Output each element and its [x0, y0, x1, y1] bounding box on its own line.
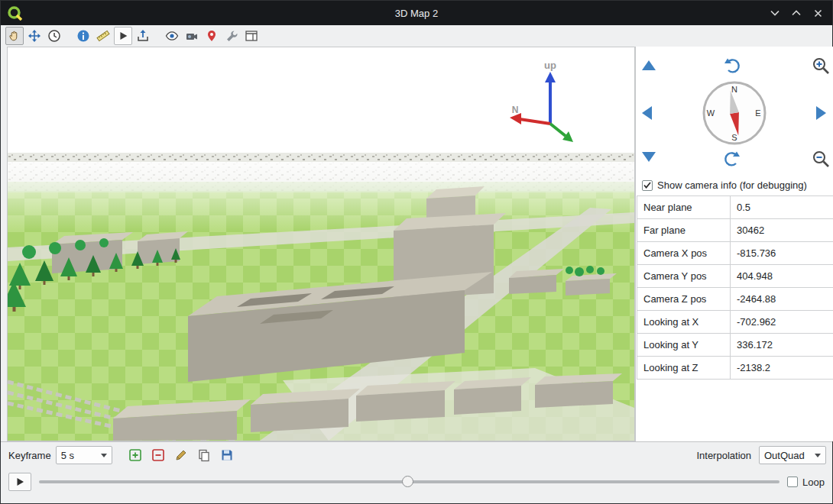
main-area: up N [1, 47, 832, 441]
play-animations-button[interactable] [114, 27, 132, 45]
rotate-ccw-icon[interactable] [723, 57, 741, 76]
map-toolbar [1, 25, 832, 47]
panel-grid-icon [245, 29, 258, 43]
axis-north-label: N [512, 105, 519, 115]
marker-icon [205, 29, 219, 43]
row-label: Near plane [637, 196, 731, 219]
row-value: 30462 [731, 219, 833, 242]
maximize-window-button[interactable] [789, 6, 803, 20]
axis-up-label: up [544, 60, 556, 71]
move-right-icon[interactable] [816, 106, 826, 120]
loop-row: Loop [787, 477, 826, 488]
table-row: Far plane30462 [637, 219, 833, 242]
keyframe-time-dropdown[interactable]: 5 s [56, 446, 112, 464]
remove-keyframe-button[interactable] [149, 446, 167, 464]
row-label: Camera Z pos [637, 288, 731, 311]
table-row: Looking at Z-2138.2 [637, 357, 833, 380]
configure-button[interactable] [222, 27, 241, 45]
identify-button[interactable] [74, 27, 92, 45]
info-icon [76, 29, 90, 43]
title-bar: 3D Map 2 [1, 1, 832, 25]
play-icon [117, 30, 129, 42]
table-row: Looking at Y336.172 [637, 334, 833, 357]
rotate-cw-icon[interactable] [723, 150, 741, 169]
animation-clock-button[interactable] [45, 27, 63, 45]
eye-icon [165, 29, 179, 43]
camera-icon [185, 29, 199, 43]
close-icon [814, 9, 822, 18]
camera-info-table: Near plane0.5 Far plane30462 Camera X po… [637, 195, 833, 380]
four-way-arrows-icon [28, 29, 41, 43]
loop-label: Loop [802, 477, 825, 488]
row-label: Looking at Z [637, 357, 731, 380]
transport-row: Loop [1, 468, 832, 493]
chevron-up-icon [792, 10, 801, 16]
chevron-down-icon [815, 454, 821, 457]
interpolation-dropdown[interactable]: OutQuad [759, 446, 826, 464]
export-up-arrow-icon [136, 29, 150, 43]
qgis-logo-icon [7, 5, 22, 21]
visibility-button[interactable] [163, 27, 181, 45]
compass[interactable]: N E S W [702, 80, 767, 146]
floppy-save-icon [220, 448, 234, 462]
tilt-down-icon[interactable] [642, 152, 656, 162]
zoom-out-icon[interactable] [811, 149, 831, 169]
loop-checkbox[interactable] [787, 477, 798, 487]
chevron-down-icon [770, 10, 780, 16]
move-left-icon[interactable] [642, 106, 652, 120]
camera-control-button[interactable] [5, 27, 24, 45]
compass-w-label: W [707, 108, 715, 118]
plus-icon [128, 448, 142, 462]
wrench-icon [225, 29, 238, 43]
zoom-in-icon[interactable] [811, 56, 831, 76]
map-viewport-3d[interactable]: up N [7, 47, 635, 441]
qgis-3d-map-window: 3D Map 2 [0, 0, 833, 504]
interpolation-label: Interpolation [696, 450, 751, 461]
timeline-slider[interactable] [39, 474, 780, 489]
shade-window-button[interactable] [768, 6, 782, 20]
dock-panel-button[interactable] [242, 27, 261, 45]
camera-panel: N E S W Show camera info (for debugging) [635, 47, 833, 441]
keyframe-time-value: 5 s [61, 450, 74, 461]
show-camera-info-row: Show camera info (for debugging) [636, 176, 833, 194]
measure-line-button[interactable] [94, 27, 112, 45]
minus-icon [151, 448, 165, 462]
window-title: 3D Map 2 [1, 8, 832, 19]
keyframe-label: Keyframe [8, 450, 51, 461]
row-label: Looking at X [637, 311, 731, 334]
interpolation-value: OutQuad [764, 450, 805, 461]
export-scene-button[interactable] [134, 27, 152, 45]
duplicate-keyframe-button[interactable] [195, 446, 213, 464]
compass-e-label: E [755, 108, 760, 118]
row-label: Looking at Y [637, 334, 731, 357]
row-value: -2138.2 [731, 357, 833, 380]
camera-view-button[interactable] [183, 27, 201, 45]
close-window-button[interactable] [811, 6, 825, 20]
point-marker-button[interactable] [203, 27, 221, 45]
row-value: -2464.88 [731, 288, 833, 311]
save-animation-button[interactable] [218, 446, 236, 464]
table-row: Looking at X-702.962 [637, 311, 833, 334]
animation-bar: Keyframe 5 s [1, 441, 832, 503]
add-keyframe-button[interactable] [126, 446, 144, 464]
play-button[interactable] [8, 473, 31, 491]
play-icon [15, 477, 24, 486]
table-row: Camera Y pos404.948 [637, 265, 833, 288]
table-row: Camera X pos-815.736 [637, 242, 833, 265]
tilt-up-icon[interactable] [642, 60, 656, 70]
zoom-full-button[interactable] [25, 27, 44, 45]
show-camera-info-checkbox[interactable] [642, 180, 653, 191]
slider-handle[interactable] [402, 476, 413, 487]
row-value: 336.172 [731, 334, 833, 357]
row-value: -702.962 [731, 311, 833, 334]
axis-gizmo: up N [503, 58, 587, 146]
checkmark-icon [643, 182, 651, 189]
pencil-icon [174, 448, 188, 462]
edit-keyframe-button[interactable] [172, 446, 190, 464]
clock-icon [47, 29, 61, 43]
show-camera-info-label: Show camera info (for debugging) [657, 179, 807, 191]
ruler-icon [96, 29, 110, 43]
row-value: -815.736 [731, 242, 833, 265]
compass-s-label: S [731, 133, 737, 142]
row-label: Far plane [637, 219, 731, 242]
